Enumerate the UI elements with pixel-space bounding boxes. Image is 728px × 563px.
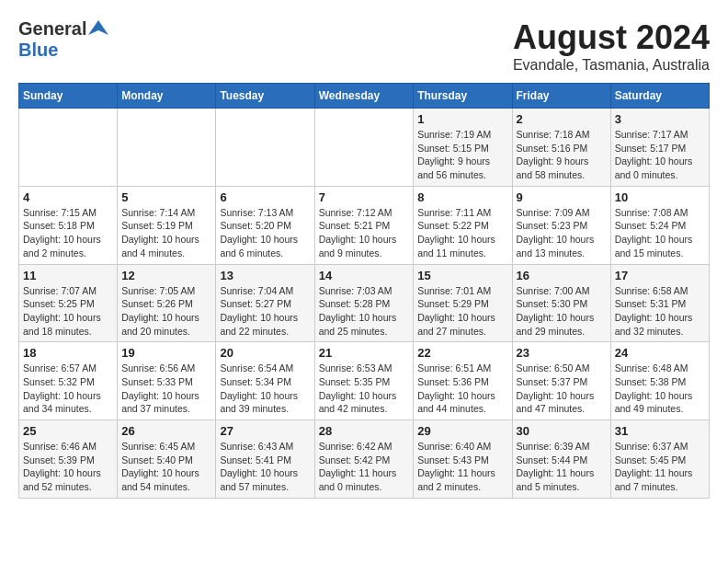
logo-bird-icon: [88, 18, 108, 39]
day-cell: 23Sunrise: 6:50 AMSunset: 5:37 PMDayligh…: [512, 342, 610, 420]
day-info: Sunrise: 6:54 AMSunset: 5:34 PMDaylight:…: [220, 362, 310, 416]
week-row-5: 25Sunrise: 6:46 AMSunset: 5:39 PMDayligh…: [19, 420, 710, 499]
week-row-4: 18Sunrise: 6:57 AMSunset: 5:32 PMDayligh…: [19, 342, 710, 420]
day-cell: 30Sunrise: 6:39 AMSunset: 5:44 PMDayligh…: [512, 420, 610, 499]
header-col-saturday: Saturday: [610, 84, 709, 109]
day-info: Sunrise: 7:15 AMSunset: 5:18 PMDaylight:…: [23, 206, 113, 260]
day-number: 30: [517, 424, 607, 438]
logo-blue-text: Blue: [18, 40, 58, 60]
day-number: 8: [417, 190, 507, 204]
page-header: General Blue August 2024 Evandale, Tasma…: [18, 18, 710, 74]
logo-general-text: General: [18, 18, 86, 40]
day-number: 31: [615, 424, 705, 438]
day-info: Sunrise: 7:17 AMSunset: 5:17 PMDaylight:…: [615, 128, 705, 182]
day-cell: 9Sunrise: 7:09 AMSunset: 5:23 PMDaylight…: [512, 186, 610, 264]
day-cell: [216, 109, 314, 187]
day-cell: 16Sunrise: 7:00 AMSunset: 5:30 PMDayligh…: [512, 264, 610, 342]
day-cell: 18Sunrise: 6:57 AMSunset: 5:32 PMDayligh…: [19, 342, 118, 420]
week-row-2: 4Sunrise: 7:15 AMSunset: 5:18 PMDaylight…: [19, 186, 710, 264]
day-cell: [19, 109, 118, 187]
day-info: Sunrise: 7:05 AMSunset: 5:26 PMDaylight:…: [121, 284, 211, 339]
day-cell: 19Sunrise: 6:56 AMSunset: 5:33 PMDayligh…: [118, 342, 216, 420]
day-info: Sunrise: 6:45 AMSunset: 5:40 PMDaylight:…: [121, 440, 211, 494]
day-info: Sunrise: 7:11 AMSunset: 5:22 PMDaylight:…: [417, 206, 507, 260]
day-number: 5: [121, 190, 211, 204]
day-cell: 24Sunrise: 6:48 AMSunset: 5:38 PMDayligh…: [610, 342, 709, 420]
day-number: 14: [319, 269, 410, 282]
day-number: 21: [319, 346, 410, 360]
day-cell: 13Sunrise: 7:04 AMSunset: 5:27 PMDayligh…: [216, 264, 314, 342]
day-number: 16: [517, 269, 607, 282]
day-info: Sunrise: 7:07 AMSunset: 5:25 PMDaylight:…: [23, 284, 113, 339]
day-cell: 15Sunrise: 7:01 AMSunset: 5:29 PMDayligh…: [414, 264, 512, 342]
day-number: 3: [615, 112, 705, 126]
day-cell: 22Sunrise: 6:51 AMSunset: 5:36 PMDayligh…: [414, 342, 512, 420]
day-number: 13: [220, 269, 310, 282]
day-info: Sunrise: 6:57 AMSunset: 5:32 PMDaylight:…: [23, 362, 113, 416]
day-info: Sunrise: 6:48 AMSunset: 5:38 PMDaylight:…: [615, 362, 705, 416]
day-number: 25: [23, 424, 113, 438]
day-number: 7: [319, 190, 410, 204]
day-info: Sunrise: 6:37 AMSunset: 5:45 PMDaylight:…: [615, 440, 705, 494]
day-number: 29: [417, 424, 507, 438]
day-cell: 8Sunrise: 7:11 AMSunset: 5:22 PMDaylight…: [414, 186, 512, 264]
day-cell: 26Sunrise: 6:45 AMSunset: 5:40 PMDayligh…: [118, 420, 216, 499]
day-info: Sunrise: 7:14 AMSunset: 5:19 PMDaylight:…: [121, 206, 211, 260]
day-cell: 25Sunrise: 6:46 AMSunset: 5:39 PMDayligh…: [19, 420, 118, 499]
day-cell: 29Sunrise: 6:40 AMSunset: 5:43 PMDayligh…: [414, 420, 512, 499]
day-info: Sunrise: 6:50 AMSunset: 5:37 PMDaylight:…: [517, 362, 607, 416]
day-number: 26: [121, 424, 211, 438]
day-number: 20: [220, 346, 310, 360]
day-cell: 1Sunrise: 7:19 AMSunset: 5:15 PMDaylight…: [414, 109, 512, 187]
day-number: 1: [417, 112, 507, 126]
week-row-1: 1Sunrise: 7:19 AMSunset: 5:15 PMDaylight…: [19, 109, 710, 187]
day-info: Sunrise: 7:19 AMSunset: 5:15 PMDaylight:…: [417, 128, 507, 182]
day-info: Sunrise: 7:13 AMSunset: 5:20 PMDaylight:…: [220, 206, 310, 260]
day-info: Sunrise: 7:08 AMSunset: 5:24 PMDaylight:…: [615, 206, 705, 260]
page-subtitle: Evandale, Tasmania, Australia: [513, 57, 710, 74]
day-number: 17: [615, 269, 705, 282]
header-col-thursday: Thursday: [414, 84, 512, 109]
day-number: 11: [23, 269, 113, 282]
day-info: Sunrise: 6:53 AMSunset: 5:35 PMDaylight:…: [319, 362, 410, 416]
day-info: Sunrise: 6:43 AMSunset: 5:41 PMDaylight:…: [220, 440, 310, 494]
header-col-monday: Monday: [118, 84, 216, 109]
day-number: 6: [220, 190, 310, 204]
day-cell: 21Sunrise: 6:53 AMSunset: 5:35 PMDayligh…: [314, 342, 414, 420]
day-number: 27: [220, 424, 310, 438]
day-info: Sunrise: 6:46 AMSunset: 5:39 PMDaylight:…: [23, 440, 113, 494]
day-number: 28: [319, 424, 410, 438]
day-info: Sunrise: 7:03 AMSunset: 5:28 PMDaylight:…: [319, 284, 410, 339]
day-number: 4: [23, 190, 113, 204]
header-col-sunday: Sunday: [19, 84, 118, 109]
day-cell: 4Sunrise: 7:15 AMSunset: 5:18 PMDaylight…: [19, 186, 118, 264]
header-col-wednesday: Wednesday: [314, 84, 414, 109]
day-cell: 11Sunrise: 7:07 AMSunset: 5:25 PMDayligh…: [19, 264, 118, 342]
day-cell: [118, 109, 216, 187]
day-cell: [314, 109, 414, 187]
day-info: Sunrise: 6:42 AMSunset: 5:42 PMDaylight:…: [319, 440, 410, 494]
day-info: Sunrise: 6:56 AMSunset: 5:33 PMDaylight:…: [121, 362, 211, 416]
day-info: Sunrise: 6:58 AMSunset: 5:31 PMDaylight:…: [615, 284, 705, 339]
day-number: 22: [417, 346, 507, 360]
day-number: 2: [517, 112, 607, 126]
day-cell: 17Sunrise: 6:58 AMSunset: 5:31 PMDayligh…: [610, 264, 709, 342]
day-cell: 10Sunrise: 7:08 AMSunset: 5:24 PMDayligh…: [610, 186, 709, 264]
day-number: 15: [417, 269, 507, 282]
day-info: Sunrise: 6:39 AMSunset: 5:44 PMDaylight:…: [517, 440, 607, 494]
day-number: 10: [615, 190, 705, 204]
day-info: Sunrise: 6:51 AMSunset: 5:36 PMDaylight:…: [417, 362, 507, 416]
header-col-tuesday: Tuesday: [216, 84, 314, 109]
day-cell: 27Sunrise: 6:43 AMSunset: 5:41 PMDayligh…: [216, 420, 314, 499]
day-info: Sunrise: 6:40 AMSunset: 5:43 PMDaylight:…: [417, 440, 507, 494]
day-number: 18: [23, 346, 113, 360]
calendar-header: SundayMondayTuesdayWednesdayThursdayFrid…: [19, 84, 710, 109]
page-title: August 2024: [513, 18, 710, 57]
day-info: Sunrise: 7:04 AMSunset: 5:27 PMDaylight:…: [220, 284, 310, 339]
day-cell: 20Sunrise: 6:54 AMSunset: 5:34 PMDayligh…: [216, 342, 314, 420]
day-number: 19: [121, 346, 211, 360]
header-row: SundayMondayTuesdayWednesdayThursdayFrid…: [19, 84, 710, 109]
day-cell: 7Sunrise: 7:12 AMSunset: 5:21 PMDaylight…: [314, 186, 414, 264]
title-section: August 2024 Evandale, Tasmania, Australi…: [513, 18, 710, 74]
calendar-body: 1Sunrise: 7:19 AMSunset: 5:15 PMDaylight…: [19, 109, 710, 499]
